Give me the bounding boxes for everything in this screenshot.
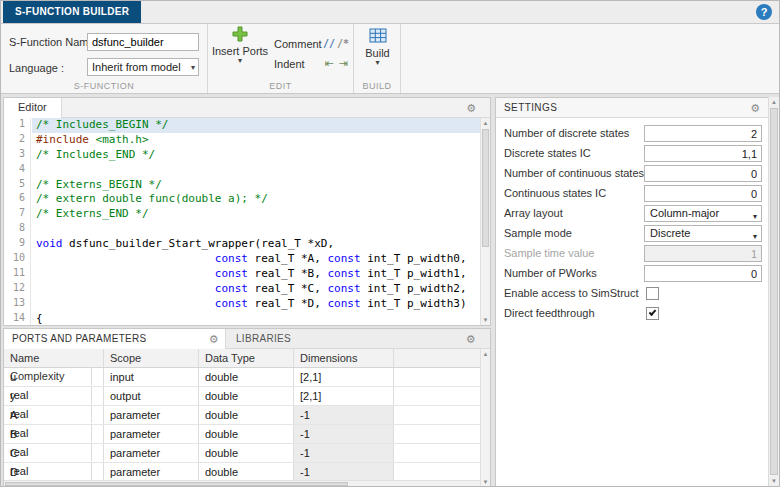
settings-input[interactable] [644, 165, 762, 182]
code-line[interactable]: /* Externs_BEGIN */ [32, 178, 480, 193]
editor-vertical-scrollbar[interactable]: ▲ ▼ [480, 118, 490, 325]
code-line[interactable]: /* Externs_END */ [32, 207, 480, 222]
scroll-up-icon[interactable]: ▲ [769, 97, 779, 107]
table-cell[interactable]: -1 [294, 406, 394, 424]
table-row[interactable]: Cparameterdouble-1real [4, 444, 480, 463]
column-header[interactable]: Name [4, 349, 104, 367]
code-line[interactable]: const real_T *C, const int_T p_width2, [32, 282, 480, 297]
settings-dropdown[interactable]: Discrete▾ [644, 225, 762, 242]
table-cell[interactable]: B [4, 425, 104, 443]
code-line[interactable]: #include <math.h> [32, 133, 480, 148]
help-button[interactable]: ? [756, 4, 772, 20]
settings-input[interactable] [644, 185, 762, 202]
code-token: const [327, 282, 360, 295]
table-row[interactable]: Aparameterdouble-1real [4, 406, 480, 425]
indent-increase-icon[interactable]: ⇥ [336, 57, 350, 70]
column-header[interactable]: Dimensions [294, 349, 394, 367]
table-vertical-scrollbar[interactable]: ▲ ▼ [480, 349, 490, 487]
settings-title: SETTINGS [504, 98, 557, 118]
table-cell[interactable]: [2,1] [294, 368, 394, 386]
table-cell[interactable]: A [4, 406, 104, 424]
tab-ports-and-parameters[interactable]: PORTS AND PARAMETERS ⚙ [4, 329, 226, 349]
code-line[interactable] [32, 163, 480, 178]
table-cell[interactable]: double [199, 368, 294, 386]
scroll-up-icon[interactable]: ▲ [481, 118, 490, 128]
comment-icon[interactable]: // [322, 38, 336, 49]
scroll-up-icon[interactable]: ▲ [481, 349, 490, 359]
tab-editor[interactable]: Editor [4, 98, 62, 118]
scroll-down-icon[interactable]: ▼ [481, 477, 490, 487]
table-cell[interactable]: -1 [294, 425, 394, 443]
table-row[interactable]: uinputdouble[2,1]real [4, 368, 480, 387]
editor-code[interactable]: /* Includes_BEGIN */#include <math.h>/* … [32, 118, 480, 325]
settings-input[interactable] [644, 125, 762, 142]
table-cell[interactable]: parameter [104, 406, 199, 424]
indent-decrease-icon[interactable]: ⇤ [322, 57, 336, 70]
code-line[interactable]: const real_T *D, const int_T p_width3) [32, 297, 480, 312]
table-cell[interactable]: [2,1] [294, 387, 394, 405]
scrollbar-thumb[interactable] [5, 482, 348, 486]
scroll-down-icon[interactable]: ▼ [769, 476, 779, 486]
scrollbar-thumb[interactable] [482, 129, 489, 247]
table-cell[interactable]: double [199, 444, 294, 462]
table-horizontal-scrollbar[interactable] [4, 480, 480, 487]
column-header[interactable]: Data Type [199, 349, 294, 367]
table-cell[interactable]: double [199, 406, 294, 424]
table-cell[interactable]: C [4, 444, 104, 462]
tab-libraries[interactable]: LIBRARIES ⚙ [226, 329, 490, 349]
table-cell[interactable]: D [4, 463, 104, 480]
uncomment-icon[interactable]: /* [336, 38, 350, 49]
table-cell[interactable]: y [4, 387, 104, 405]
column-header[interactable]: Scope [104, 349, 199, 367]
table-cell[interactable]: -1 [294, 444, 394, 462]
scrollbar-thumb[interactable] [770, 108, 778, 475]
settings-label: Number of PWorks [504, 267, 597, 279]
build-button[interactable]: Build ▾ [354, 26, 401, 67]
section-label-sfunction: S-FUNCTION [1, 81, 207, 91]
table-cell[interactable]: double [199, 425, 294, 443]
code-token: /* Externs_BEGIN */ [36, 178, 162, 191]
gear-icon[interactable]: ⚙ [750, 101, 760, 115]
window-vertical-scrollbar[interactable]: ▲ ▼ [768, 97, 779, 486]
settings-checkbox[interactable] [646, 287, 659, 300]
table-cell[interactable]: double [199, 463, 294, 480]
table-cell[interactable]: double [199, 387, 294, 405]
dropdown-value: Discrete [650, 227, 690, 239]
ports-table-body: uinputdouble[2,1]realyoutputdouble[2,1]r… [4, 368, 480, 480]
code-line[interactable] [32, 222, 480, 237]
table-cell[interactable]: u [4, 368, 104, 386]
gear-icon[interactable]: ⚙ [466, 332, 476, 346]
code-line[interactable]: const real_T *A, const int_T p_width0, [32, 252, 480, 267]
line-number: 13 [4, 297, 30, 312]
settings-checkbox[interactable] [646, 307, 659, 320]
code-token: real_T *B, [248, 267, 327, 280]
line-number: 1 [4, 118, 30, 133]
code-line[interactable]: /* Includes_BEGIN */ [32, 118, 480, 133]
code-line[interactable]: void dsfunc_builder_Start_wrapper(real_T… [32, 237, 480, 252]
table-cell[interactable]: parameter [104, 444, 199, 462]
code-token: void [36, 237, 63, 250]
tab-sfunction-builder[interactable]: S-FUNCTION BUILDER [3, 1, 141, 23]
table-cell[interactable]: -1 [294, 463, 394, 480]
insert-ports-button[interactable]: Insert Ports ▾ [208, 26, 272, 65]
table-cell[interactable]: input [104, 368, 199, 386]
editor-body[interactable]: 1234567891011121314 /* Includes_BEGIN */… [4, 118, 490, 325]
table-row[interactable]: Bparameterdouble-1real [4, 425, 480, 444]
table-row[interactable]: youtputdouble[2,1]real [4, 387, 480, 406]
settings-input[interactable] [644, 145, 762, 162]
settings-dropdown[interactable]: Column-major▾ [644, 205, 762, 222]
gear-icon[interactable]: ⚙ [466, 101, 476, 115]
code-line[interactable]: const real_T *B, const int_T p_width1, [32, 267, 480, 282]
code-line[interactable]: /* extern double func(double a); */ [32, 192, 480, 207]
gear-icon[interactable]: ⚙ [209, 332, 219, 346]
code-line[interactable]: /* Includes_END */ [32, 148, 480, 163]
table-cell[interactable]: parameter [104, 463, 199, 480]
sfunction-name-input[interactable] [87, 33, 199, 51]
code-line[interactable]: { [32, 312, 480, 325]
settings-input[interactable] [644, 265, 762, 282]
table-cell[interactable]: output [104, 387, 199, 405]
table-cell[interactable]: parameter [104, 425, 199, 443]
scroll-down-icon[interactable]: ▼ [481, 315, 490, 325]
table-row[interactable]: Dparameterdouble-1real [4, 463, 480, 480]
language-dropdown[interactable]: Inherit from model ▾ [87, 58, 199, 76]
